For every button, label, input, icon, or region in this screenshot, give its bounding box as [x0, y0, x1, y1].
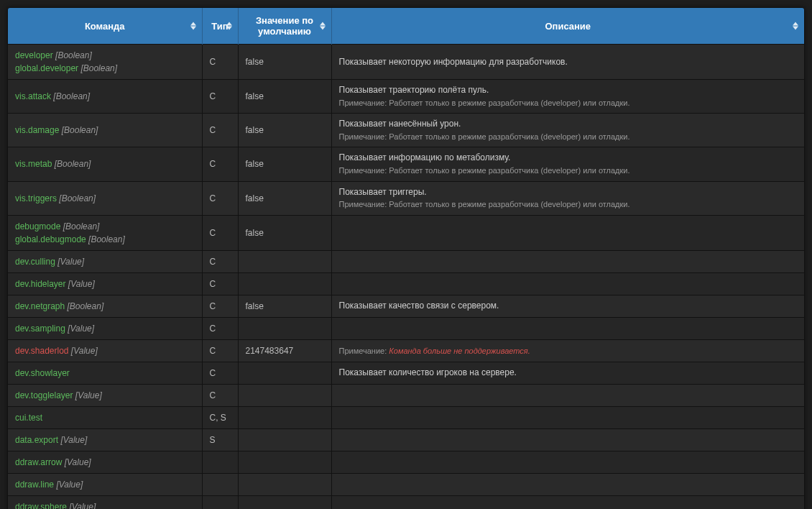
header-type[interactable]: Тип: [202, 8, 238, 45]
table-row: ddraw.line [Value]: [8, 473, 804, 495]
description-text: Показывает траекторию полёта пуль.: [339, 84, 798, 96]
note-text: Работает только в режиме разработчика (d…: [389, 166, 629, 175]
command-param: [Boolean]: [55, 159, 91, 169]
cell-type: C: [202, 384, 238, 406]
cell-default: [238, 384, 331, 406]
description-text: Показывает некоторую информацию для разр…: [339, 56, 798, 68]
command-param: [Boolean]: [88, 234, 125, 244]
cell-type: C: [202, 250, 238, 272]
cell-type: C: [202, 80, 238, 114]
note-label: Примечание:: [339, 200, 387, 208]
command-line: ddraw.sphere [Value]: [15, 500, 195, 509]
cell-type: C: [202, 295, 238, 317]
note-label: Примечание:: [339, 166, 387, 175]
command-param: [Boolean]: [68, 301, 104, 311]
cell-default: false: [238, 215, 331, 250]
note-label: Примечание:: [339, 347, 387, 355]
command-link[interactable]: vis.metab: [15, 159, 52, 169]
cell-description: Показывает информацию по метаболизму.При…: [331, 147, 804, 181]
cell-description: Показывает триггеры.Примечание: Работает…: [331, 181, 804, 215]
description-text: Показывает количество игроков на сервере…: [339, 367, 798, 379]
cell-command: dev.shaderlod [Value]: [8, 339, 202, 362]
cell-command: data.export [Value]: [8, 428, 202, 451]
command-line: developer [Boolean]: [15, 49, 195, 62]
cell-default: false: [238, 147, 331, 181]
command-link[interactable]: global.developer: [15, 63, 78, 73]
command-link[interactable]: data.export: [15, 435, 58, 445]
table-row: vis.attack [Boolean]CfalseПоказывает тра…: [8, 80, 804, 114]
note-text: Работает только в режиме разработчика (d…: [389, 200, 629, 208]
command-link[interactable]: cui.test: [15, 413, 42, 423]
command-param: [Boolean]: [63, 221, 100, 231]
command-link[interactable]: dev.sampling: [15, 324, 65, 334]
command-link[interactable]: dev.togglelayer: [15, 390, 73, 400]
cell-command: dev.togglelayer [Value]: [8, 384, 202, 406]
header-description[interactable]: Описание: [331, 8, 804, 45]
command-link[interactable]: ddraw.line: [15, 480, 54, 490]
command-param: [Value]: [68, 324, 94, 334]
sort-icon: [190, 22, 196, 30]
command-link[interactable]: vis.attack: [15, 91, 51, 101]
header-description-label: Описание: [545, 21, 591, 32]
command-link[interactable]: ddraw.arrow: [15, 457, 62, 467]
cell-default: [238, 317, 331, 339]
command-line: vis.triggers [Boolean]: [15, 192, 195, 205]
cell-command: ddraw.arrow [Value]: [8, 451, 202, 473]
cell-description: Примечание: Команда больше не поддержива…: [331, 339, 804, 362]
command-link[interactable]: dev.netgraph: [15, 301, 65, 311]
command-link[interactable]: global.debugmode: [15, 234, 86, 244]
cell-description: Показывает нанесённый урон.Примечание: Р…: [331, 114, 804, 147]
note-label: Примечание:: [339, 132, 387, 141]
note-text: Работает только в режиме разработчика (d…: [389, 132, 629, 141]
cell-command: vis.triggers [Boolean]: [8, 181, 202, 215]
cell-default: [238, 250, 331, 272]
command-link[interactable]: developer: [15, 50, 53, 60]
command-link[interactable]: ddraw.sphere: [15, 502, 67, 509]
command-link[interactable]: dev.hidelayer: [15, 279, 66, 289]
cell-type: C: [202, 272, 238, 295]
command-link[interactable]: vis.damage: [15, 125, 59, 135]
cell-description: Показывает некоторую информацию для разр…: [331, 45, 804, 80]
table-row: vis.damage [Boolean]CfalseПоказывает нан…: [8, 114, 804, 147]
command-line: data.export [Value]: [15, 434, 195, 446]
description-note: Примечание: Работает только в режиме раз…: [339, 98, 798, 109]
table-row: data.export [Value]S: [8, 428, 804, 451]
command-link[interactable]: dev.showlayer: [15, 368, 70, 378]
sort-icon: [226, 22, 232, 30]
cell-type: C: [202, 362, 238, 384]
command-link[interactable]: dev.culling: [15, 257, 55, 267]
command-line: global.developer [Boolean]: [15, 62, 195, 75]
command-line: debugmode [Boolean]: [15, 220, 195, 233]
cell-type: C: [202, 317, 238, 339]
command-param: [Boolean]: [53, 91, 90, 101]
table-row: dev.hidelayer [Value]C: [8, 272, 804, 295]
description-note: Примечание: Работает только в режиме раз…: [339, 132, 798, 142]
header-default[interactable]: Значение по умолчанию: [238, 8, 331, 45]
header-default-label: Значение по умолчанию: [256, 15, 313, 37]
cell-description: Показывает количество игроков на сервере…: [331, 362, 804, 384]
table-row: ddraw.sphere [Value]: [8, 495, 804, 509]
description-text: Показывает информацию по метаболизму.: [339, 152, 798, 164]
cell-command: dev.netgraph [Boolean]: [8, 295, 202, 317]
table-header-row: Команда Тип Значение по умолчанию Описан…: [8, 8, 804, 45]
table-row: ddraw.arrow [Value]: [8, 451, 804, 473]
command-param: [Boolean]: [62, 125, 98, 135]
cell-command: dev.showlayer: [8, 362, 202, 384]
cell-type: [202, 451, 238, 473]
cell-command: vis.damage [Boolean]: [8, 114, 202, 147]
command-link[interactable]: vis.triggers: [15, 193, 57, 203]
note-label: Примечание:: [339, 98, 387, 107]
command-line: dev.culling [Value]: [15, 255, 195, 268]
command-link[interactable]: dev.shaderlod: [15, 346, 69, 356]
table-row: debugmode [Boolean]global.debugmode [Boo…: [8, 215, 804, 250]
cell-command: dev.sampling [Value]: [8, 317, 202, 339]
cell-description: [331, 451, 804, 473]
commands-table-wrap: Команда Тип Значение по умолчанию Описан…: [7, 7, 805, 509]
command-param: [Value]: [60, 435, 87, 445]
table-row: dev.culling [Value]C: [8, 250, 804, 272]
cell-description: [331, 473, 804, 495]
command-line: global.debugmode [Boolean]: [15, 233, 195, 246]
cell-default: false: [238, 45, 331, 80]
header-command[interactable]: Команда: [8, 8, 202, 45]
command-link[interactable]: debugmode: [15, 221, 60, 231]
